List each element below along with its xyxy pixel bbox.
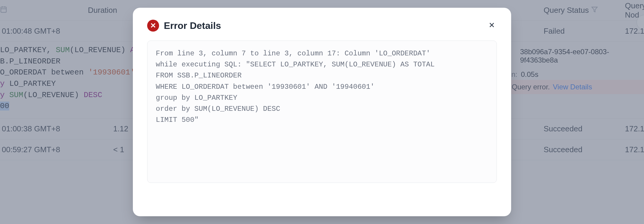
close-button[interactable] (487, 20, 497, 32)
modal-title-group: ✕ Error Details (147, 20, 221, 32)
error-icon: ✕ (147, 20, 159, 32)
error-details-modal: ✕ Error Details From line 3, column 7 to… (133, 8, 511, 216)
close-icon (488, 20, 496, 31)
modal-header: ✕ Error Details (147, 20, 497, 32)
error-message-box[interactable]: From line 3, column 7 to line 3, column … (147, 41, 497, 183)
modal-title: Error Details (164, 20, 221, 31)
